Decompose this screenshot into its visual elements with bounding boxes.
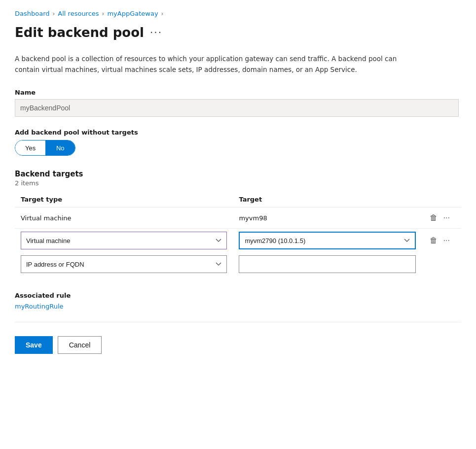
page-description: A backend pool is a collection of resour… (15, 54, 409, 75)
routing-rule-link[interactable]: myRoutingRule (15, 303, 64, 310)
target-type-dropdown[interactable]: Virtual machine IP address or FQDN App S… (21, 232, 227, 249)
col-header-actions (422, 192, 461, 207)
dropdown-row-type-cell: Virtual machine IP address or FQDN App S… (15, 229, 233, 253)
empty-row-actions (422, 252, 461, 276)
name-input[interactable] (15, 99, 459, 117)
targets-table: Target type Target Virtual machine myvm9… (15, 192, 461, 276)
breadcrumb-dashboard[interactable]: Dashboard (15, 10, 50, 17)
more-dots-icon: ··· (443, 213, 450, 222)
associated-rule-label: Associated rule (15, 292, 461, 299)
dropdown-row-delete-button[interactable]: 🗑 (428, 235, 439, 246)
static-row-actions: 🗑 ··· (428, 212, 455, 223)
page-menu-icon[interactable]: ··· (150, 27, 162, 38)
save-button[interactable]: Save (15, 336, 53, 354)
items-count: 2 items (15, 179, 461, 187)
col-header-target: Target (233, 192, 421, 207)
dropdown-row-actions: 🗑 ··· (428, 235, 455, 246)
toggle-section: Add backend pool without targets Yes No (15, 129, 461, 156)
trash-icon: 🗑 (430, 213, 438, 222)
dropdown-row-more-button[interactable]: ··· (441, 235, 452, 246)
empty-target-input[interactable] (239, 255, 415, 273)
breadcrumb-sep-1: › (53, 10, 55, 17)
empty-row-target-cell (233, 252, 421, 276)
dropdown-row-target-cell: myvm2790 (10.0.1.5) myvm98 (233, 229, 421, 253)
breadcrumb-all-resources[interactable]: All resources (58, 10, 99, 17)
toggle-yes-button[interactable]: Yes (15, 140, 45, 155)
col-header-type: Target type (15, 192, 233, 207)
table-row: IP address or FQDN Virtual machine App S… (15, 252, 461, 276)
table-row: Virtual machine IP address or FQDN App S… (15, 229, 461, 253)
static-row-more-button[interactable]: ··· (441, 212, 452, 223)
page-title: Edit backend pool (15, 25, 144, 40)
associated-rule-section: Associated rule myRoutingRule (15, 292, 461, 310)
breadcrumb-sep-2: › (102, 10, 105, 17)
more-dots-icon-2: ··· (443, 236, 450, 245)
backend-targets-section: Backend targets 2 items Target type Targ… (15, 170, 461, 276)
target-value-dropdown[interactable]: myvm2790 (10.0.1.5) myvm98 (239, 232, 415, 249)
static-row-type: Virtual machine (15, 207, 233, 229)
trash-icon-2: 🗑 (430, 236, 438, 245)
breadcrumb-app-gateway[interactable]: myAppGateway (107, 10, 158, 17)
breadcrumb-sep-3: › (161, 10, 164, 17)
table-row: Virtual machine myvm98 🗑 ··· (15, 207, 461, 229)
cancel-button[interactable]: Cancel (58, 336, 102, 354)
footer-divider (15, 322, 461, 322)
empty-row-type-cell: IP address or FQDN Virtual machine App S… (15, 252, 233, 276)
toggle-section-label: Add backend pool without targets (15, 129, 461, 136)
static-row-target: myvm98 (233, 207, 421, 229)
page-title-row: Edit backend pool ··· (15, 25, 461, 40)
footer-buttons: Save Cancel (15, 330, 461, 354)
breadcrumb: Dashboard › All resources › myAppGateway… (15, 10, 461, 17)
toggle-group: Yes No (15, 140, 75, 156)
toggle-no-button[interactable]: No (45, 140, 75, 155)
backend-targets-title: Backend targets (15, 170, 461, 178)
name-label: Name (15, 89, 461, 96)
static-row-delete-button[interactable]: 🗑 (428, 212, 439, 223)
empty-target-type-dropdown[interactable]: IP address or FQDN Virtual machine App S… (21, 255, 227, 273)
